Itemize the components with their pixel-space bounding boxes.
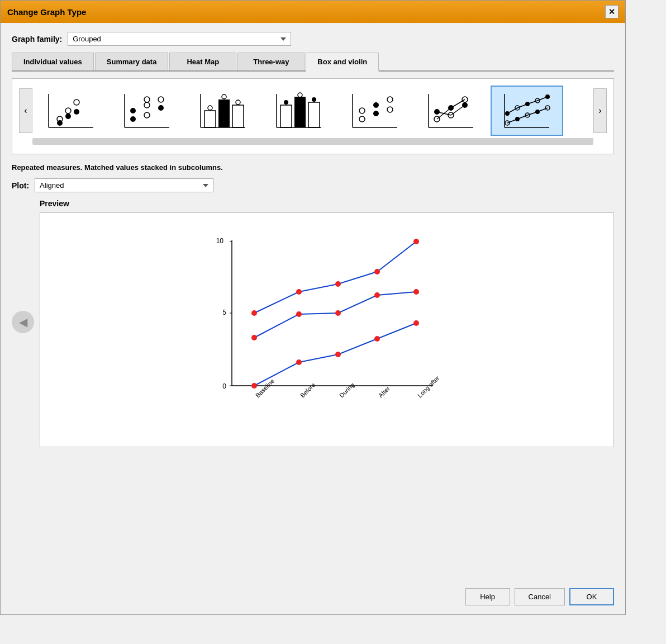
- svg-text:Long after: Long after: [416, 375, 441, 399]
- dialog: Change Graph Type ✕ Graph family: Groupe…: [0, 0, 626, 615]
- svg-point-63: [535, 110, 540, 114]
- graph-type-5-icon: [344, 88, 406, 133]
- svg-point-5: [57, 120, 63, 126]
- svg-point-35: [359, 108, 365, 113]
- svg-point-4: [74, 100, 79, 105]
- graph-type-7-icon: [496, 88, 558, 133]
- svg-point-13: [144, 97, 150, 102]
- graph-type-1[interactable]: [35, 86, 107, 136]
- tab-individual-values[interactable]: Individual values: [12, 53, 94, 70]
- svg-point-83: [251, 335, 257, 340]
- graph-type-6-icon: [420, 88, 482, 133]
- svg-text:Before: Before: [299, 381, 316, 399]
- tab-box-violin[interactable]: Box and violin: [306, 53, 379, 72]
- close-button[interactable]: ✕: [605, 5, 619, 18]
- graph-type-3-icon: [192, 88, 254, 133]
- svg-point-14: [144, 112, 150, 118]
- graph-options-area: ‹: [12, 78, 614, 154]
- svg-rect-27: [280, 105, 292, 127]
- description-text: Repeated measures. Matched values stacke…: [12, 163, 614, 172]
- tab-summary-data[interactable]: Summary data: [95, 53, 169, 70]
- graph-type-4[interactable]: [263, 86, 335, 136]
- svg-point-61: [515, 117, 520, 121]
- svg-point-32: [312, 97, 316, 102]
- graph-type-5[interactable]: [339, 86, 411, 136]
- svg-rect-21: [232, 105, 244, 127]
- graph-type-7[interactable]: [491, 86, 563, 136]
- dialog-body: Graph family: Grouped XY Column Individu…: [1, 23, 625, 579]
- svg-text:5: 5: [222, 309, 226, 316]
- svg-point-78: [251, 383, 257, 389]
- svg-point-92: [413, 239, 419, 244]
- bottom-buttons: Help Cancel OK: [1, 579, 625, 614]
- plot-label: Plot:: [12, 181, 29, 190]
- svg-point-88: [251, 310, 257, 316]
- graph-icons-scroll: [35, 86, 591, 136]
- scroll-bar[interactable]: [32, 138, 593, 145]
- scroll-right-arrow[interactable]: ›: [593, 88, 607, 133]
- graph-type-4-icon: [268, 88, 330, 133]
- svg-point-11: [130, 116, 136, 122]
- graph-type-2[interactable]: [111, 86, 183, 136]
- cancel-button[interactable]: Cancel: [515, 588, 565, 605]
- svg-text:During: During: [338, 381, 355, 399]
- preview-label: Preview: [40, 199, 614, 208]
- svg-point-39: [387, 97, 393, 102]
- svg-point-79: [296, 359, 302, 365]
- svg-point-89: [296, 289, 302, 295]
- svg-point-81: [374, 336, 380, 342]
- graph-type-2-icon: [116, 88, 178, 133]
- svg-point-40: [387, 107, 393, 112]
- plot-select[interactable]: Aligned Stacked Side by side: [35, 178, 213, 192]
- title-bar: Change Graph Type ✕: [1, 1, 625, 23]
- svg-point-38: [373, 111, 379, 116]
- svg-rect-20: [218, 100, 230, 127]
- preview-section: ◀ Preview 0 5: [12, 199, 614, 447]
- graph-family-select[interactable]: Grouped XY Column: [68, 32, 291, 46]
- tab-heat-map[interactable]: Heat Map: [169, 53, 236, 70]
- svg-point-31: [298, 93, 302, 97]
- svg-text:0: 0: [222, 382, 226, 390]
- svg-point-7: [74, 109, 79, 115]
- help-button[interactable]: Help: [465, 588, 510, 605]
- svg-point-15: [158, 105, 164, 111]
- svg-point-55: [505, 111, 510, 116]
- svg-point-86: [374, 292, 380, 298]
- prev-nav-button[interactable]: ◀: [12, 311, 34, 333]
- svg-point-90: [335, 281, 341, 287]
- graph-icons-row: ‹: [19, 86, 607, 136]
- graph-family-row: Graph family: Grouped XY Column: [12, 32, 614, 46]
- svg-point-12: [144, 102, 150, 108]
- graph-type-1-icon: [40, 88, 102, 133]
- svg-point-59: [545, 94, 550, 99]
- dialog-title: Change Graph Type: [7, 7, 86, 17]
- tabs-container: Individual values Summary data Heat Map …: [12, 53, 614, 72]
- svg-point-37: [373, 102, 379, 108]
- svg-rect-28: [294, 97, 306, 127]
- scroll-left-arrow[interactable]: ‹: [19, 88, 32, 133]
- graph-type-3[interactable]: [187, 86, 259, 136]
- svg-point-87: [413, 289, 419, 295]
- svg-point-10: [130, 108, 136, 113]
- svg-point-30: [284, 100, 288, 105]
- chart-area: 0 5 10 Baseline Before: [51, 224, 602, 435]
- svg-rect-29: [308, 102, 320, 127]
- plot-row: Plot: Aligned Stacked Side by side: [12, 178, 614, 192]
- tab-three-way[interactable]: Three-way: [237, 53, 305, 70]
- svg-point-36: [359, 116, 365, 122]
- svg-text:After: After: [377, 385, 391, 399]
- svg-rect-19: [204, 111, 216, 127]
- svg-point-85: [335, 310, 341, 316]
- preview-chart: 0 5 10 Baseline Before: [198, 229, 455, 430]
- svg-point-57: [525, 102, 530, 106]
- svg-point-82: [413, 320, 419, 326]
- svg-point-3: [65, 108, 71, 113]
- graph-family-label: Graph family:: [12, 35, 62, 44]
- ok-button[interactable]: OK: [569, 588, 614, 605]
- preview-box: 0 5 10 Baseline Before: [40, 212, 614, 447]
- svg-point-80: [335, 352, 341, 357]
- svg-point-23: [222, 94, 226, 99]
- graph-type-6[interactable]: [415, 86, 487, 136]
- svg-point-91: [374, 269, 380, 274]
- svg-point-84: [296, 311, 302, 317]
